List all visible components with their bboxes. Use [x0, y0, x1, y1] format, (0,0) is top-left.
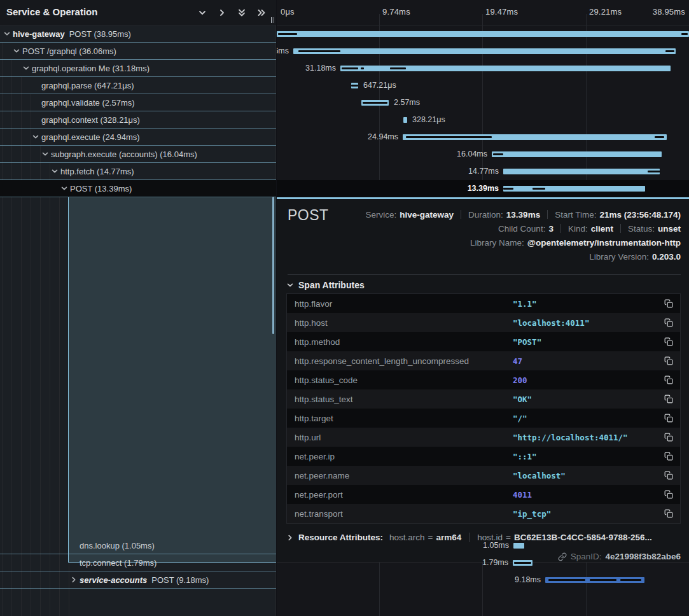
copy-icon[interactable]: [664, 432, 674, 442]
critical-path-mark: [620, 579, 641, 581]
span-duration-label: 13.39ms: [468, 184, 499, 193]
span-tree-row[interactable]: graphql.context (328.21μs): [0, 111, 276, 129]
span-bar[interactable]: [513, 560, 532, 566]
selected-span-expanded-region: [68, 197, 276, 563]
span-bar[interactable]: [513, 543, 524, 549]
critical-path-mark: [665, 50, 674, 52]
span-operation-label: graphql.validate (2.57ms): [41, 98, 135, 108]
timeline-row: 13.39ms: [277, 180, 689, 197]
span-tree-row[interactable]: graphql.execute (24.94ms): [0, 129, 276, 146]
ruler-tick: 0μs: [281, 7, 295, 17]
chevrons-down-icon[interactable]: [237, 8, 246, 17]
span-duration-label: 24.94ms: [368, 132, 398, 141]
attribute-key: http.status_text: [287, 395, 513, 404]
attribute-value: "localhost:4011": [513, 318, 589, 328]
chevron-down-icon[interactable]: [22, 64, 30, 72]
span-tree-row[interactable]: hive-gatewayPOST (38.95ms): [0, 25, 276, 43]
span-bar[interactable]: [403, 134, 667, 140]
service-label: Service:: [365, 210, 396, 220]
attribute-value: "::1": [513, 452, 537, 461]
span-tree-row[interactable]: dns.lookup (1.05ms): [0, 537, 276, 554]
copy-icon[interactable]: [664, 451, 674, 461]
copy-icon[interactable]: [664, 413, 674, 423]
attribute-row: net.transport"ip_tcp": [287, 504, 680, 523]
copy-icon[interactable]: [664, 394, 674, 404]
span-tree-row[interactable]: service-accountsPOST (9.18ms): [0, 571, 276, 589]
critical-path-mark: [503, 188, 513, 190]
span-tree-row[interactable]: POST /graphql (36.06ms): [0, 43, 276, 60]
span-bar[interactable]: [492, 151, 662, 157]
span-operation-label: POST (38.95ms): [69, 29, 131, 39]
critical-path-mark: [681, 33, 688, 35]
copy-icon[interactable]: [664, 375, 674, 385]
copy-icon[interactable]: [664, 489, 674, 500]
critical-path-mark: [390, 67, 406, 69]
copy-icon[interactable]: [664, 318, 674, 328]
chevron-down-icon[interactable]: [13, 47, 20, 55]
attribute-key: http.response_content_length_uncompresse…: [287, 356, 513, 366]
chevron-down-icon[interactable]: [60, 185, 68, 192]
tree-controls: [198, 8, 266, 17]
timeline-row: 2.57ms: [277, 94, 689, 111]
copy-icon[interactable]: [664, 470, 674, 480]
span-operation-label: graphql.operation Me (31.18ms): [32, 64, 150, 73]
span-tree-row[interactable]: subgraph.execute (accounts) (16.04ms): [0, 146, 276, 163]
copy-icon[interactable]: [664, 508, 674, 519]
child-count-value: 3: [548, 224, 553, 234]
copy-icon[interactable]: [664, 337, 674, 347]
copy-icon[interactable]: [664, 356, 674, 366]
span-tree-header: Service & Operation: [0, 0, 276, 25]
meta-separator: [547, 210, 548, 219]
span-bar[interactable]: [277, 31, 689, 37]
span-operation-label: POST (9.18ms): [151, 575, 209, 585]
span-bar[interactable]: [293, 48, 676, 54]
timeline-rows-top: 38.95ms36.06ms31.18ms647.21μs2.57ms328.2…: [277, 25, 689, 197]
attribute-key: http.flavor: [287, 299, 513, 309]
chevron-right-icon[interactable]: [70, 576, 78, 584]
span-duration-label: 16.04ms: [457, 150, 487, 158]
span-service-name: service-accounts: [80, 575, 147, 585]
span-bar[interactable]: [351, 83, 358, 88]
attribute-value: "ip_tcp": [513, 509, 551, 519]
critical-path-mark: [648, 171, 660, 172]
span-tree-row[interactable]: POST (13.39ms): [0, 180, 276, 197]
span-tree-row[interactable]: graphql.operation Me (31.18ms): [0, 60, 276, 77]
span-bar[interactable]: [340, 66, 671, 71]
status-label: Status:: [628, 224, 655, 234]
span-bar[interactable]: [403, 117, 407, 123]
kind-value: client: [591, 224, 613, 234]
span-duration-label: 14.77ms: [468, 167, 499, 176]
chevron-down-icon[interactable]: [3, 30, 11, 38]
span-tree-panel: hive-gatewayPOST (38.95ms)POST /graphql …: [0, 0, 276, 616]
timeline-row: 647.21μs: [277, 77, 689, 94]
span-bar[interactable]: [361, 100, 389, 106]
attribute-value: "localhost": [513, 471, 566, 480]
attribute-value: "POST": [513, 337, 541, 347]
duration-value: 13.39ms: [506, 210, 540, 220]
attribute-value: 4011: [513, 490, 532, 500]
span-duration-label: 1.79ms: [482, 558, 508, 567]
timeline-row: 9.18ms: [277, 571, 689, 589]
chevron-down-icon[interactable]: [32, 133, 39, 141]
panel-resize-grip[interactable]: [271, 17, 274, 23]
span-tree-row[interactable]: graphql.parse (647.21μs): [0, 77, 276, 94]
chevron-right-icon[interactable]: [218, 8, 226, 17]
span-bar[interactable]: [503, 186, 645, 192]
chevron-down-icon[interactable]: [198, 8, 207, 17]
chevron-down-icon[interactable]: [41, 150, 49, 158]
scrollbar-thumb[interactable]: [272, 197, 274, 334]
kind-label: Kind:: [568, 224, 588, 234]
span-bar[interactable]: [503, 169, 660, 174]
span-bar[interactable]: [545, 577, 644, 583]
span-tree-row[interactable]: tcp.connect (1.79ms): [0, 554, 276, 571]
chevrons-right-icon[interactable]: [257, 8, 266, 17]
span-attributes-header[interactable]: Span Attributes: [286, 280, 365, 290]
child-count-label: Child Count:: [498, 224, 545, 234]
span-operation-label: POST (13.39ms): [70, 184, 132, 193]
copy-icon[interactable]: [664, 298, 674, 309]
span-tree-row[interactable]: graphql.validate (2.57ms): [0, 94, 276, 111]
span-tree-row[interactable]: http.fetch (14.77ms): [0, 163, 276, 180]
attribute-row: net.peer.name"localhost": [287, 466, 680, 485]
chevron-down-icon[interactable]: [51, 167, 59, 175]
start-time-label: Start Time:: [555, 210, 596, 220]
